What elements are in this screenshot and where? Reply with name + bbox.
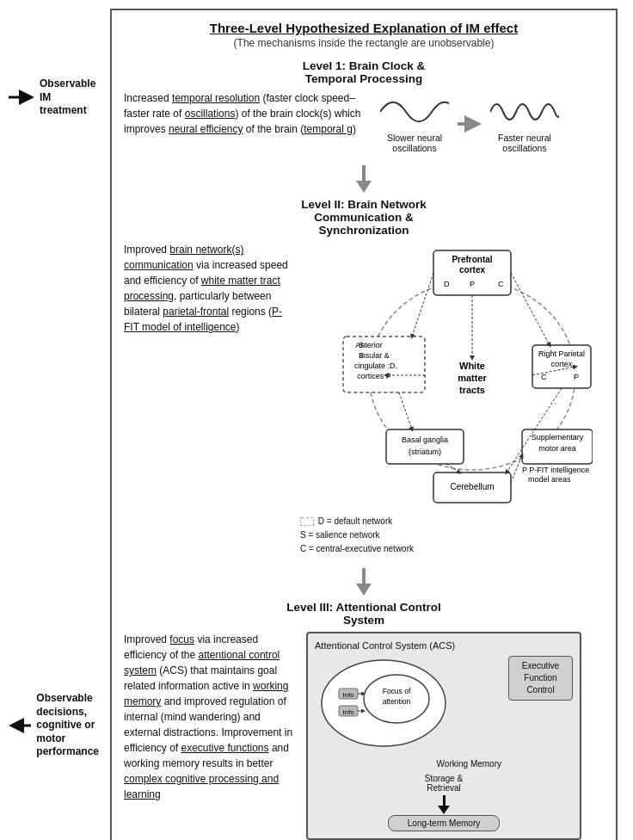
level1-section: Level 1: Brain Clock &Temporal Processin… — [124, 59, 604, 153]
level3-text: Improved focus via increased efficiency … — [124, 632, 296, 802]
svg-line-32 — [511, 273, 550, 345]
svg-text:cortex: cortex — [459, 265, 485, 275]
level3-section: Level III: Attentional ControlSystem Imp… — [124, 601, 604, 840]
svg-text:C: C — [541, 373, 547, 381]
oscillation-arrow-icon — [458, 115, 482, 133]
svg-text:cortices  P: cortices P — [357, 372, 391, 380]
exec-function-box: ExecutiveFunctionControl — [508, 656, 573, 701]
level1-text: Increased temporal resolution (faster cl… — [124, 90, 372, 137]
svg-line-35 — [399, 392, 412, 429]
svg-text:matter: matter — [458, 373, 487, 383]
working-memory-svg: Focus of attention Info Info — [315, 656, 452, 755]
brain-network-svg: Prefrontal cortex D P C Right Parietal c… — [300, 242, 593, 509]
svg-text:Right Parietal: Right Parietal — [538, 349, 585, 358]
svg-text:White: White — [459, 361, 485, 371]
down-arrow-1-icon — [356, 165, 372, 189]
svg-text:P: P — [470, 280, 475, 288]
storage-label: Storage &Retrieval — [315, 774, 573, 793]
level1-header: Level 1: Brain Clock &Temporal Processin… — [124, 59, 604, 85]
svg-rect-22 — [386, 429, 464, 464]
svg-text:Info: Info — [342, 708, 354, 716]
svg-text:P  P-FIT intelligence: P P-FIT intelligence — [522, 466, 589, 474]
fast-wave-svg — [490, 95, 559, 129]
diagram-subtitle: (The mechanisms inside the rectangle are… — [124, 37, 604, 49]
fast-oscillations-label: Faster neuraloscillations — [498, 133, 551, 153]
svg-text:Supplementary: Supplementary — [532, 433, 584, 442]
acs-inner: Focus of attention Info Info — [315, 656, 573, 769]
svg-text:C: C — [498, 280, 504, 288]
down-arrow-2-icon — [356, 568, 372, 592]
decisions-arrow-icon — [9, 718, 31, 733]
page-container: ObservableIMtreatment Observabledecision… — [9, 9, 624, 840]
slow-oscillations-label: Slower neuraloscillations — [387, 133, 442, 153]
svg-text:Basal ganglia: Basal ganglia — [402, 435, 448, 444]
svg-text:cingulate :D.: cingulate :D. — [354, 361, 397, 370]
level3-diagram: Attentional Control System (ACS) — [306, 632, 604, 840]
svg-text:Cerebellum: Cerebellum — [450, 482, 494, 491]
level1-diagram: Slower neuraloscillations Faster neuralo… — [380, 90, 604, 153]
left-labels: ObservableIMtreatment Observabledecision… — [9, 9, 99, 840]
svg-text:(striatum): (striatum) — [409, 448, 441, 456]
svg-text:Prefrontal: Prefrontal — [452, 255, 492, 264]
label-treatment: ObservableIMtreatment — [9, 77, 99, 118]
svg-text:Insular &: Insular & — [359, 351, 390, 360]
level2-header: Level II: Brain NetworkCommunication &Sy… — [124, 198, 604, 237]
label-decisions: Observabledecisions,cognitive ormotorper… — [9, 692, 99, 759]
svg-line-34 — [412, 273, 433, 337]
brain-legend: D = default network S = salience network… — [300, 515, 604, 556]
svg-text:tracts: tracts — [459, 385, 485, 395]
level2-section: Level II: Brain NetworkCommunication &Sy… — [124, 198, 604, 556]
level3-header: Level III: Attentional ControlSystem — [124, 601, 604, 627]
diagram-title: Three-Level Hypothesized Explanation of … — [124, 21, 604, 35]
acs-title: Attentional Control System (ACS) — [315, 640, 573, 651]
working-memory-area: Focus of attention Info Info — [315, 656, 501, 769]
decisions-label: Observabledecisions,cognitive ormotorper… — [36, 692, 99, 759]
level2-text: Improved brain network(s) communication … — [124, 242, 292, 335]
working-memory-label: Working Memory — [315, 759, 501, 769]
svg-text:cortex: cortex — [551, 360, 573, 368]
svg-text:model areas: model areas — [528, 475, 571, 484]
storage-area: Storage &Retrieval Long-term Memory — [315, 774, 573, 831]
slow-wave-svg — [380, 95, 449, 129]
svg-rect-41 — [300, 517, 314, 526]
svg-text:P: P — [574, 373, 579, 381]
arrow-level2-3 — [124, 565, 604, 596]
treatment-label: ObservableIMtreatment — [40, 77, 95, 118]
longterm-memory-box: Long-term Memory — [388, 815, 500, 831]
svg-text:Focus of: Focus of — [383, 687, 411, 695]
treatment-arrow-icon — [9, 90, 34, 105]
arrow-level1-2 — [124, 162, 604, 193]
svg-text:D: D — [444, 280, 450, 288]
storage-arrow-icon — [438, 795, 450, 812]
acs-box: Attentional Control System (ACS) — [306, 632, 581, 840]
svg-text:Info: Info — [342, 691, 354, 699]
svg-text:attention: attention — [383, 697, 411, 706]
svg-text:Anterior: Anterior — [355, 341, 383, 349]
svg-text:motor area: motor area — [538, 444, 576, 453]
level2-diagram: Prefrontal cortex D P C Right Parietal c… — [300, 242, 604, 556]
main-diagram-box: Three-Level Hypothesized Explanation of … — [110, 9, 618, 840]
